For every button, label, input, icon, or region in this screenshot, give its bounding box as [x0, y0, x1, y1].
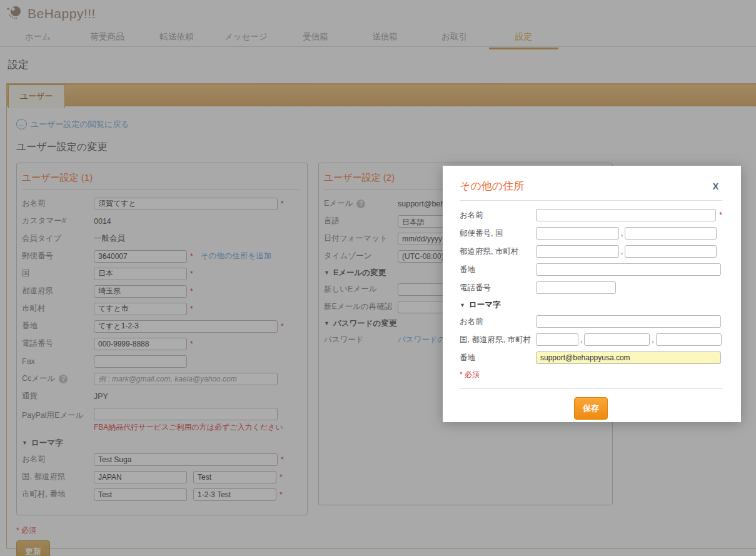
- modal-romaji-name-input[interactable]: [536, 315, 721, 328]
- modal-title-divider: [460, 200, 722, 201]
- modal-romaji-name-label: お名前: [460, 316, 536, 327]
- modal-romaji-cpc-label: 国, 都道府県, 市町村: [460, 335, 536, 345]
- modal-row-postal-country: 郵便番号, 国 ,: [460, 227, 722, 240]
- modal-street-label: 番地: [460, 265, 536, 275]
- save-button[interactable]: 保存: [574, 397, 608, 420]
- modal-city-input[interactable]: [625, 245, 717, 258]
- modal-romaji-street-input[interactable]: [536, 351, 721, 364]
- modal-postal-country-label: 郵便番号, 国: [460, 228, 536, 239]
- comma-separator: ,: [621, 247, 623, 256]
- modal-row-romaji-country-pref-city: 国, 都道府県, 市町村 , ,: [460, 333, 722, 346]
- modal-phone-input[interactable]: [536, 281, 616, 294]
- modal-name-label: お名前: [460, 210, 536, 221]
- modal-country-input[interactable]: [625, 227, 717, 240]
- collapse-triangle-icon: ▼: [460, 302, 465, 308]
- modal-postal-input[interactable]: [536, 227, 619, 240]
- modal-row-pref-city: 都道府県, 市町村 ,: [460, 245, 722, 258]
- modal-footer-divider: [460, 388, 722, 389]
- modal-pref-input[interactable]: [536, 245, 619, 258]
- modal-romaji-street-label: 番地: [460, 353, 536, 363]
- modal-name-input[interactable]: [536, 209, 716, 221]
- modal-required-note: * 必須: [460, 370, 722, 380]
- modal-footer: 保存: [460, 397, 722, 420]
- modal-title: その他の住所: [460, 179, 524, 193]
- modal-row-street: 番地: [460, 263, 722, 276]
- modal-romaji-section-label: ローマ字: [469, 300, 501, 310]
- other-address-modal: その他の住所 X お名前 * 郵便番号, 国 , 都道府県, 市町村 , 番地 …: [443, 166, 741, 422]
- modal-row-romaji-name: お名前: [460, 315, 722, 328]
- comma-separator: ,: [621, 229, 623, 238]
- modal-pref-city-label: 都道府県, 市町村: [460, 246, 536, 257]
- close-icon[interactable]: X: [713, 181, 722, 191]
- modal-row-romaji-street: 番地: [460, 351, 722, 364]
- modal-row-phone: 電話番号: [460, 281, 722, 294]
- modal-header: その他の住所 X: [460, 179, 722, 193]
- required-mark: *: [719, 211, 722, 220]
- modal-phone-label: 電話番号: [460, 283, 536, 293]
- modal-row-name: お名前 *: [460, 209, 722, 221]
- modal-street-input[interactable]: [536, 263, 721, 276]
- modal-romaji-pref-input[interactable]: [584, 333, 650, 346]
- comma-separator: ,: [580, 335, 582, 344]
- comma-separator: ,: [652, 335, 653, 344]
- modal-romaji-country-input[interactable]: [536, 333, 578, 346]
- modal-romaji-city-input[interactable]: [656, 333, 722, 346]
- modal-romaji-section-header: ▼ ローマ字: [460, 300, 722, 310]
